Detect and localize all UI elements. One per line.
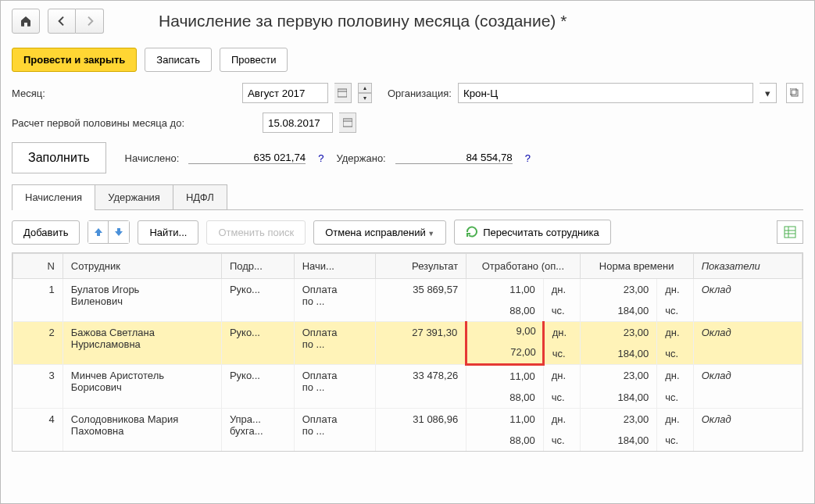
- table-row[interactable]: 4 Солодовникова МарияПахомовна Упра...бу…: [13, 409, 802, 431]
- table-row[interactable]: 2 Бажова СветланаНурисламовна Руко... Оп…: [13, 322, 802, 344]
- table-config-icon: [784, 226, 796, 238]
- page-title: Начисление за первую половину месяца (со…: [159, 12, 567, 30]
- refresh-icon: [466, 226, 478, 238]
- cell-norm-hours: 184,00: [580, 430, 657, 451]
- cell-worked-hours[interactable]: 72,00: [466, 343, 544, 365]
- cell-nunit-days: дн.: [657, 365, 693, 388]
- month-up-button[interactable]: ▴: [358, 83, 372, 93]
- col-worked[interactable]: Отработано (оп...: [466, 254, 580, 279]
- cell-type: Оплатапо ...: [294, 322, 375, 365]
- cancel-search-button[interactable]: Отменить поиск: [206, 220, 306, 245]
- cell-type: Оплатапо ...: [294, 365, 375, 409]
- save-button[interactable]: Записать: [145, 48, 212, 72]
- svg-rect-3: [790, 88, 796, 95]
- cell-indicator: Оклад: [693, 365, 802, 409]
- arrow-right-icon: [84, 15, 96, 27]
- cell-nunit-days: дн.: [657, 322, 693, 344]
- calc-until-label: Расчет первой половины месяца до:: [12, 117, 184, 129]
- cell-employee: Солодовникова МарияПахомовна: [63, 409, 221, 452]
- cell-nunit-hours: чс.: [657, 387, 693, 409]
- cell-indicator: Оклад: [693, 409, 802, 452]
- add-button[interactable]: Добавить: [12, 220, 80, 245]
- col-norm[interactable]: Норма времени: [580, 254, 693, 279]
- month-down-button[interactable]: ▾: [358, 93, 372, 103]
- month-calendar-button[interactable]: [334, 83, 352, 103]
- cell-department: Руко...: [221, 279, 294, 322]
- cell-nunit-hours: чс.: [657, 430, 693, 451]
- cell-type: Оплатапо ...: [294, 279, 375, 322]
- cell-unit-hours: чс.: [543, 343, 580, 365]
- col-n[interactable]: N: [13, 254, 63, 279]
- table-row[interactable]: 3 Минчев АристотельБорисович Руко... Опл…: [13, 365, 802, 388]
- cell-norm-hours: 184,00: [580, 387, 657, 409]
- month-input[interactable]: [242, 83, 328, 103]
- tab-ndfl[interactable]: НДФЛ: [173, 184, 227, 209]
- forward-button[interactable]: [76, 9, 104, 34]
- col-accrual-type[interactable]: Начи...: [294, 254, 375, 279]
- calc-until-input[interactable]: [263, 113, 333, 133]
- cell-employee: Булатов ИгорьВиленович: [63, 279, 221, 322]
- svg-rect-2: [792, 90, 798, 96]
- cell-norm-days: 23,00: [580, 409, 657, 431]
- cell-result: 35 869,57: [376, 279, 466, 322]
- back-button[interactable]: [48, 9, 76, 34]
- cell-department: Руко...: [221, 365, 294, 409]
- col-department[interactable]: Подр...: [221, 254, 294, 279]
- col-employee[interactable]: Сотрудник: [63, 254, 221, 279]
- calendar-icon: [338, 88, 347, 98]
- cell-employee: Минчев АристотельБорисович: [63, 365, 221, 409]
- col-result[interactable]: Результат: [376, 254, 466, 279]
- svg-rect-6: [785, 227, 795, 238]
- organization-label: Организация:: [388, 88, 452, 99]
- submit-button[interactable]: Провести: [220, 48, 288, 72]
- col-indicators[interactable]: Показатели: [693, 254, 802, 279]
- move-up-button[interactable]: [88, 221, 109, 243]
- cell-worked-days[interactable]: 11,00: [466, 365, 544, 388]
- find-button[interactable]: Найти...: [138, 220, 198, 245]
- month-label: Месяц:: [12, 88, 59, 99]
- cell-n: 4: [13, 409, 63, 452]
- recalculate-button[interactable]: Пересчитать сотрудника: [454, 220, 610, 245]
- cell-worked-days[interactable]: 9,00: [466, 322, 544, 344]
- table-row[interactable]: 1 Булатов ИгорьВиленович Руко... Оплатап…: [13, 279, 802, 301]
- cell-unit-days: дн.: [543, 409, 580, 431]
- cell-n: 3: [13, 365, 63, 409]
- fill-button[interactable]: Заполнить: [12, 142, 106, 173]
- accrued-label: Начислено:: [125, 152, 180, 164]
- withheld-help[interactable]: ?: [522, 152, 534, 164]
- move-down-button[interactable]: [109, 221, 129, 243]
- withheld-value: [395, 152, 513, 164]
- home-icon: [20, 15, 32, 27]
- cell-employee: Бажова СветланаНурисламовна: [63, 322, 221, 365]
- cell-result: 33 478,26: [376, 365, 466, 409]
- cell-unit-hours: чс.: [543, 430, 580, 451]
- calendar-icon: [343, 118, 352, 127]
- cell-worked-days[interactable]: 11,00: [466, 409, 544, 431]
- cell-worked-hours[interactable]: 88,00: [466, 300, 544, 322]
- organization-dropdown-button[interactable]: ▾: [760, 83, 777, 103]
- home-button[interactable]: [12, 9, 40, 34]
- cell-nunit-days: дн.: [657, 279, 693, 301]
- cell-department: Упра...бухга...: [221, 409, 294, 452]
- accrued-help[interactable]: ?: [315, 152, 327, 164]
- organization-popout-button[interactable]: [786, 83, 803, 103]
- cell-indicator: Оклад: [693, 279, 802, 322]
- cell-type: Оплатапо ...: [294, 409, 375, 452]
- cell-n: 1: [13, 279, 63, 322]
- tab-accruals[interactable]: Начисления: [12, 184, 95, 209]
- cell-worked-hours[interactable]: 88,00: [466, 430, 544, 451]
- organization-input[interactable]: [458, 83, 753, 103]
- tab-withholdings[interactable]: Удержания: [95, 184, 173, 209]
- cell-nunit-hours: чс.: [657, 300, 693, 322]
- cancel-fixes-button[interactable]: Отмена исправлений: [313, 220, 446, 245]
- cell-result: 31 086,96: [376, 409, 466, 452]
- popout-icon: [790, 88, 799, 98]
- cell-unit-days: дн.: [543, 365, 580, 388]
- cell-worked-days[interactable]: 11,00: [466, 279, 544, 301]
- calc-until-calendar-button[interactable]: [339, 113, 356, 133]
- withheld-label: Удержано:: [337, 152, 386, 164]
- cell-unit-days: дн.: [543, 322, 580, 344]
- submit-close-button[interactable]: Провести и закрыть: [12, 48, 137, 72]
- table-config-button[interactable]: [777, 220, 803, 244]
- cell-worked-hours[interactable]: 88,00: [466, 387, 544, 409]
